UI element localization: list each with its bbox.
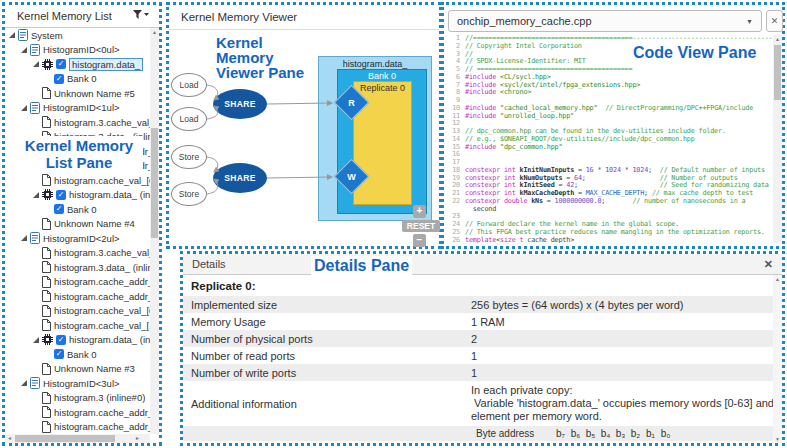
tree-header: Kernel Memory List bbox=[5, 5, 159, 28]
tree-row-label: histogram.cache_val_[1] (inline#2 bbox=[54, 320, 150, 331]
address-bit-cell: b₃ bbox=[613, 428, 628, 439]
tree-row-label: histogram.3 (inline#0) bbox=[54, 392, 145, 403]
scroll-down-icon[interactable]: ▼ bbox=[773, 436, 782, 442]
variable-document-icon bbox=[42, 116, 51, 128]
tree-row[interactable]: histogram.cache_val_[0] (inline#1 bbox=[5, 304, 150, 319]
line-number: 22 bbox=[447, 198, 460, 206]
close-icon[interactable]: ✕ bbox=[764, 258, 773, 271]
code-scrollbar[interactable]: ▲ bbox=[773, 35, 782, 243]
expander-icon[interactable] bbox=[21, 235, 27, 241]
checkbox[interactable]: ✓ bbox=[54, 74, 64, 84]
details-row-value: In each private copy: Variable 'histogra… bbox=[471, 384, 782, 423]
scroll-right-icon[interactable]: ► bbox=[135, 435, 140, 441]
expander-icon[interactable] bbox=[9, 32, 15, 38]
expander-icon[interactable] bbox=[21, 47, 27, 53]
expander-icon[interactable] bbox=[33, 61, 39, 67]
kernel-document-icon bbox=[18, 29, 28, 41]
checkbox[interactable]: ✓ bbox=[56, 59, 66, 69]
tree-row-label: Bank 0 bbox=[67, 349, 97, 360]
variable-document-icon bbox=[42, 305, 51, 317]
tree-row[interactable]: histogram.3.cache_val_ (inline#4) bbox=[5, 246, 150, 261]
tree-body: SystemHistogramID<0ul>✓histogram.data_✓B… bbox=[5, 28, 159, 443]
tree-row[interactable]: HistogramID<0ul> bbox=[5, 43, 150, 58]
source-file-select[interactable]: onchip_memory_cache.cpp ▼ bbox=[448, 10, 762, 32]
variable-document-icon bbox=[42, 218, 51, 230]
tree-row[interactable]: histogram.3 (inline#0) bbox=[5, 391, 150, 406]
tree-row[interactable]: ✓histogram.data_ (inline#0) bbox=[5, 188, 150, 203]
details-row-label: Number of read ports bbox=[183, 350, 471, 362]
tree-row-label: histogram.data_ (inline#0) bbox=[69, 334, 150, 345]
viewer-header: Kernel Memory Viewer bbox=[169, 5, 439, 30]
details-scrollbar[interactable]: ▲ ▼ bbox=[773, 275, 782, 443]
line-number: 26 bbox=[447, 237, 460, 244]
details-row-value: 1 RAM bbox=[471, 316, 505, 328]
details-row: Implemented size256 bytes = (64 words) x… bbox=[183, 296, 782, 313]
code-close-button[interactable]: ✕ bbox=[766, 10, 783, 32]
scroll-up-icon[interactable]: ▲ bbox=[150, 29, 159, 35]
tree-row[interactable]: HistogramID<2ul> bbox=[5, 231, 150, 246]
checkbox[interactable]: ✓ bbox=[54, 204, 64, 214]
checkbox[interactable]: ✓ bbox=[54, 349, 64, 359]
tree-row-label: histogram.3.data_ (inline#3) bbox=[54, 262, 150, 273]
tree-row[interactable]: histogram.3.data_ (inline#3) bbox=[5, 260, 150, 275]
tree-row[interactable]: Unknown Name #3 bbox=[5, 362, 150, 377]
address-bit-cell: b₁ bbox=[643, 428, 658, 439]
checkbox[interactable]: ✓ bbox=[56, 190, 66, 200]
tree-row[interactable]: ✓Bank 0 bbox=[5, 202, 150, 217]
tree-row[interactable]: histogram.cache_addr_[1]..value bbox=[5, 420, 150, 435]
tree-row[interactable]: ✓histogram.data_ bbox=[5, 57, 150, 72]
variable-document-icon bbox=[42, 406, 51, 418]
reset-button[interactable]: RESET bbox=[402, 220, 440, 232]
details-body: Replicate 0: Implemented size256 bytes =… bbox=[183, 275, 782, 443]
close-icon: ✕ bbox=[771, 16, 779, 26]
tree-row[interactable]: histogram.cache_addr_[1]..value bbox=[5, 289, 150, 304]
details-row-label: Address bit information bbox=[191, 443, 304, 444]
tree-row[interactable]: System bbox=[5, 28, 150, 43]
expander-icon[interactable] bbox=[33, 337, 39, 343]
tree-vertical-scrollbar[interactable]: ▲ bbox=[150, 28, 159, 434]
expander-icon[interactable] bbox=[21, 380, 27, 386]
tree-row[interactable]: histogram.cache_val_[1] (inline#2 bbox=[5, 318, 150, 333]
checkbox[interactable]: ✓ bbox=[56, 335, 66, 345]
zoom-out-button[interactable]: − bbox=[413, 234, 426, 247]
tree-rows: SystemHistogramID<0ul>✓histogram.data_✓B… bbox=[5, 28, 150, 434]
expander-icon[interactable] bbox=[33, 192, 39, 198]
tree-row[interactable]: Unknown Name #4 bbox=[5, 217, 150, 232]
annotation-viewer-pane: Kernel Memory Viewer Pane bbox=[213, 34, 307, 81]
tree-row-label: Unknown Name #5 bbox=[54, 88, 135, 99]
filter-icon[interactable] bbox=[133, 10, 149, 22]
code-line: 16 bbox=[447, 151, 772, 159]
tree-row[interactable]: HistogramID<3ul> bbox=[5, 376, 150, 391]
details-section-title: Replicate 0: bbox=[183, 275, 782, 296]
details-row: Number of physical ports2 bbox=[183, 330, 782, 347]
details-pane: Details ✕ Replicate 0: Implemented size2… bbox=[180, 251, 785, 446]
zoom-in-button[interactable]: + bbox=[413, 205, 426, 218]
details-row: Number of write ports1 bbox=[183, 364, 782, 381]
tree-row[interactable]: ✓Bank 0 bbox=[5, 347, 150, 362]
chevron-down-icon: ▼ bbox=[746, 18, 753, 25]
tree-row-label: histogram.cache_addr_[0]..value bbox=[54, 407, 150, 418]
tree-row-label: histogram.cache_val_[0] (inline#1 bbox=[54, 305, 150, 316]
scroll-up-icon[interactable]: ▲ bbox=[773, 36, 782, 42]
address-bit-cell: b₀ bbox=[658, 428, 673, 439]
scroll-left-icon[interactable]: ◄ bbox=[7, 435, 12, 441]
tree-row[interactable]: HistogramID<1ul> bbox=[5, 101, 150, 116]
kernel-memory-list-pane: Kernel Memory List SystemHistogramID<0ul… bbox=[2, 2, 162, 446]
tree-row[interactable]: ✓Bank 0 bbox=[5, 72, 150, 87]
source-file-name: onchip_memory_cache.cpp bbox=[457, 15, 592, 27]
tree-row[interactable]: histogram.3.cache_val_ (inline#4) bbox=[5, 115, 150, 130]
tree-row[interactable]: histogram.cache_addr_[0]..value bbox=[5, 405, 150, 420]
scroll-up-icon[interactable]: ▲ bbox=[773, 276, 782, 282]
tree-row[interactable]: histogram.cache_addr_[0]..value bbox=[5, 275, 150, 290]
tree-horizontal-scrollbar[interactable]: ◄ ► bbox=[5, 434, 150, 443]
tree-row[interactable]: ✓histogram.data_ (inline#0) bbox=[5, 333, 150, 348]
memory-chip-icon bbox=[42, 189, 53, 200]
tree-row[interactable]: Unknown Name #5 bbox=[5, 86, 150, 101]
details-row-value: 1 bbox=[471, 350, 477, 362]
tree-row[interactable]: histogram.cache_val_[0] (inline#1 bbox=[5, 173, 150, 188]
viewer-title: Kernel Memory Viewer bbox=[181, 11, 297, 23]
viewer-canvas: Load Load Store Store SHARE SHARE histog… bbox=[169, 30, 439, 246]
details-row: Number of read ports1 bbox=[183, 347, 782, 364]
address-bit-cell: b₅ bbox=[583, 428, 598, 439]
expander-icon[interactable] bbox=[21, 105, 27, 111]
